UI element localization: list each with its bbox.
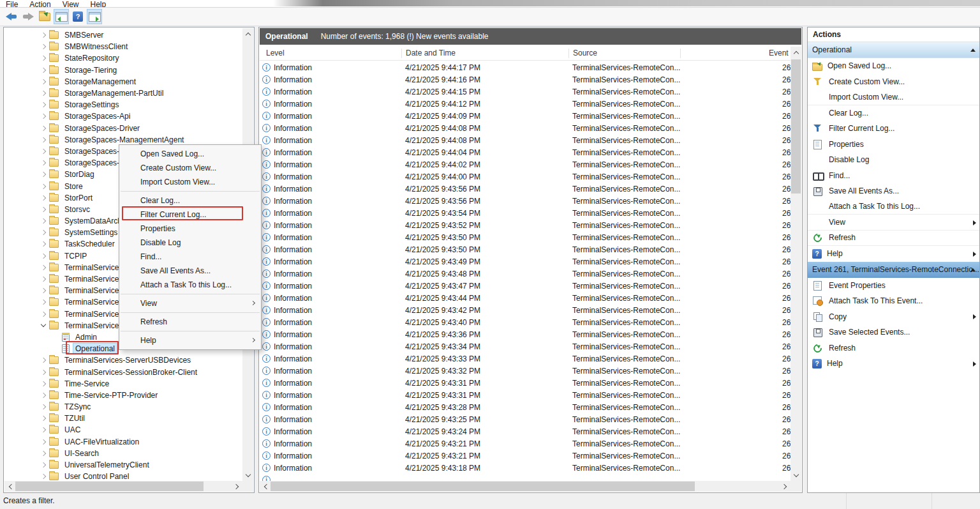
menu-item[interactable]: View <box>57 0 85 7</box>
tree-item[interactable]: StorageSpaces-Driver <box>4 123 242 134</box>
table-row[interactable]: Information 4/21/2025 9:44:15 PM Termina… <box>260 86 791 98</box>
context-menu-item[interactable]: Disable Log <box>119 236 261 250</box>
context-menu-item[interactable]: Import Custom View... <box>119 175 261 189</box>
chevron-icon[interactable] <box>38 289 48 292</box>
scroll-down-icon[interactable] <box>791 470 801 481</box>
context-menu-item[interactable]: Properties <box>119 222 261 236</box>
chevron-icon[interactable] <box>38 208 48 211</box>
table-row[interactable]: Information 4/21/2025 9:44:12 PM Termina… <box>260 98 791 110</box>
actions-section-header[interactable]: Event 261, TerminalServices-RemoteConnec… <box>808 262 979 278</box>
tree-item[interactable]: UAC <box>4 424 242 436</box>
action-item[interactable]: Clear Log... <box>808 105 979 121</box>
column-header-source[interactable]: Source <box>573 49 597 57</box>
context-menu-item[interactable]: View <box>119 296 261 310</box>
scrollbar-thumb[interactable] <box>791 59 801 194</box>
chevron-icon[interactable] <box>38 393 48 397</box>
chevron-icon[interactable] <box>38 138 48 142</box>
table-row[interactable]: Information 4/21/2025 9:44:17 PM Termina… <box>260 61 791 73</box>
tree-item[interactable]: Storage-Tiering <box>4 65 242 76</box>
action-pane-toggle-button[interactable] <box>87 9 102 24</box>
tree-item[interactable]: StateRepository <box>4 52 242 64</box>
chevron-icon[interactable] <box>38 114 48 118</box>
chevron-icon[interactable] <box>38 33 48 37</box>
chevron-icon[interactable] <box>38 80 48 84</box>
scroll-left-icon[interactable] <box>260 481 271 492</box>
action-item[interactable]: Filter Current Log... <box>808 121 979 137</box>
chevron-icon[interactable] <box>38 149 48 153</box>
table-row[interactable]: Information 4/21/2025 9:43:33 PM Termina… <box>260 353 791 365</box>
table-row[interactable]: Information 4/21/2025 9:43:18 PM Termina… <box>260 462 791 474</box>
chevron-icon[interactable] <box>38 231 48 234</box>
table-row[interactable]: Information 4/21/2025 9:44:09 PM Termina… <box>260 110 791 122</box>
table-row[interactable]: Information 4/21/2025 9:43:32 PM Termina… <box>260 365 791 377</box>
actions-section-header[interactable]: Operational <box>808 42 979 58</box>
table-row[interactable]: Information 4/21/2025 9:43:34 PM Termina… <box>260 340 791 353</box>
chevron-icon[interactable] <box>38 56 48 60</box>
table-row[interactable]: Information 4/21/2025 9:43:50 PM Termina… <box>260 243 791 255</box>
chevron-icon[interactable] <box>38 463 48 467</box>
chevron-icon[interactable] <box>38 172 48 176</box>
action-item[interactable]: Create Custom View... <box>808 74 979 90</box>
action-item[interactable]: Help <box>808 356 979 372</box>
table-row[interactable]: Information 4/21/2025 9:43:31 PM Termina… <box>260 389 791 401</box>
table-row[interactable]: Information 4/21/2025 9:43:56 PM Termina… <box>260 183 791 195</box>
table-row[interactable]: Information 4/21/2025 9:43:21 PM Termina… <box>260 450 791 462</box>
open-saved-log-folder-button[interactable] <box>37 9 52 24</box>
table-row[interactable]: Information 4/21/2025 9:44:02 PM Termina… <box>260 158 791 171</box>
table-row[interactable]: Information 4/21/2025 9:43:54 PM Termina… <box>260 207 791 219</box>
forward-arrow-button[interactable] <box>20 9 36 24</box>
table-row[interactable]: Information 4/21/2025 9:43:36 PM Termina… <box>260 328 791 340</box>
tree-item[interactable]: TerminalServices-SessionBroker-Client <box>4 366 242 377</box>
tree-item[interactable]: Time-Service-PTP-Provider <box>4 390 242 401</box>
tree-horizontal-scrollbar[interactable] <box>4 481 242 492</box>
tree-item[interactable]: UniversalTelemetryClient <box>4 459 242 471</box>
context-menu-item[interactable]: Create Custom View... <box>119 161 261 175</box>
action-item[interactable]: Save All Events As... <box>808 183 979 199</box>
scroll-down-icon[interactable] <box>242 470 253 481</box>
table-row[interactable]: Information 4/21/2025 9:43:48 PM Termina… <box>260 268 791 280</box>
chevron-icon[interactable] <box>38 277 48 281</box>
tree-item[interactable]: TZSync <box>4 401 242 413</box>
menu-item[interactable]: File <box>0 0 24 7</box>
chevron-icon[interactable] <box>38 242 48 246</box>
chevron-icon[interactable] <box>38 300 48 304</box>
tree-item[interactable]: UAC-FileVirtualization <box>4 436 242 448</box>
context-menu-item[interactable]: Save All Events As... <box>119 264 261 278</box>
context-menu-item[interactable]: Clear Log... <box>119 194 261 208</box>
table-row[interactable] <box>260 474 791 481</box>
action-item[interactable]: Disable Log <box>808 152 979 168</box>
action-item[interactable]: Properties <box>808 137 979 153</box>
context-menu-item[interactable] <box>119 189 261 194</box>
tree-item[interactable]: StorageManagement <box>4 76 242 87</box>
table-row[interactable]: Information 4/21/2025 9:44:04 PM Termina… <box>260 146 791 158</box>
action-item[interactable]: View <box>808 215 979 231</box>
table-row[interactable]: Information 4/21/2025 9:43:52 PM Termina… <box>260 219 791 231</box>
table-row[interactable]: Information 4/21/2025 9:43:28 PM Termina… <box>260 401 791 413</box>
tree-item[interactable]: Time-Service <box>4 378 242 390</box>
table-row[interactable]: Information 4/21/2025 9:43:21 PM Termina… <box>260 437 791 450</box>
tree-item[interactable]: TerminalServices-ServerUSBDevices <box>4 354 242 366</box>
table-row[interactable]: Information 4/21/2025 9:43:31 PM Termina… <box>260 377 791 389</box>
chevron-icon[interactable] <box>38 452 48 455</box>
action-item[interactable]: Import Custom View... <box>808 89 979 105</box>
chevron-icon[interactable] <box>38 312 48 316</box>
collapse-icon[interactable] <box>970 49 976 52</box>
table-row[interactable]: Information 4/21/2025 9:43:47 PM Termina… <box>260 280 791 292</box>
table-row[interactable]: Information 4/21/2025 9:43:50 PM Termina… <box>260 231 791 243</box>
tree-item[interactable]: StorageManagement-PartUtil <box>4 87 242 99</box>
collapse-icon[interactable] <box>970 268 976 271</box>
tree-item[interactable]: StorageSettings <box>4 99 242 110</box>
scroll-left-icon[interactable] <box>4 481 15 492</box>
table-row[interactable]: Information 4/21/2025 9:44:08 PM Termina… <box>260 134 791 146</box>
context-menu-item[interactable]: Help <box>119 333 261 347</box>
chevron-icon[interactable] <box>38 196 48 200</box>
table-row[interactable]: Information 4/21/2025 9:43:40 PM Termina… <box>260 316 791 328</box>
context-menu-item[interactable] <box>119 329 261 333</box>
context-menu-item[interactable]: Find... <box>119 250 261 264</box>
scroll-up-icon[interactable] <box>791 47 801 57</box>
table-row[interactable]: Information 4/21/2025 9:43:25 PM Termina… <box>260 413 791 425</box>
chevron-icon[interactable] <box>38 405 48 409</box>
action-item[interactable]: Save Selected Events... <box>808 324 979 340</box>
chevron-icon[interactable] <box>38 370 48 374</box>
context-menu-item[interactable]: Refresh <box>119 315 261 329</box>
